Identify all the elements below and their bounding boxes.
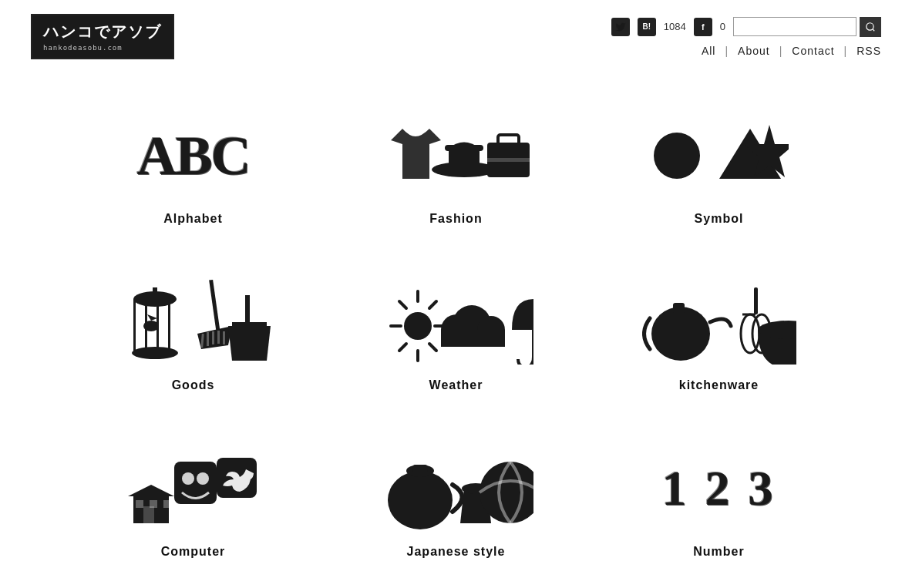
- svg-point-60: [388, 471, 453, 529]
- facebook-icon[interactable]: f: [694, 18, 712, 36]
- svg-rect-52: [143, 506, 154, 523]
- svg-line-36: [399, 344, 406, 351]
- category-weather[interactable]: Weather: [325, 257, 587, 423]
- svg-point-0: [867, 22, 873, 29]
- svg-line-35: [429, 301, 436, 308]
- svg-rect-24: [217, 331, 220, 344]
- svg-marker-50: [128, 485, 174, 496]
- number-image: 1 2 3: [662, 446, 776, 531]
- svg-rect-25: [223, 331, 225, 344]
- svg-point-42: [651, 307, 710, 361]
- symbol-label: Symbol: [695, 212, 744, 226]
- svg-point-15: [132, 347, 178, 359]
- nav-all[interactable]: All: [702, 45, 716, 57]
- weather-label: Weather: [429, 378, 483, 392]
- category-fashion[interactable]: Fashion: [325, 90, 587, 257]
- search-area: [733, 17, 881, 37]
- japanese-image: [379, 446, 533, 531]
- svg-rect-62: [412, 465, 428, 472]
- twitter-icon[interactable]: [611, 18, 630, 36]
- weather-image: [379, 280, 533, 365]
- category-goods[interactable]: Goods: [62, 257, 325, 423]
- number-label: Number: [693, 545, 744, 559]
- nav-about[interactable]: About: [738, 45, 770, 57]
- logo-text-japanese: ハンコでアソブ: [43, 22, 162, 42]
- hatena-icon[interactable]: B!: [638, 18, 656, 36]
- svg-rect-6: [487, 158, 530, 162]
- computer-label: Computer: [161, 545, 226, 559]
- computer-image: [124, 446, 263, 531]
- symbol-image: [650, 113, 789, 198]
- svg-rect-11: [133, 299, 136, 353]
- alphabet-label: Alphabet: [163, 212, 222, 226]
- svg-rect-27: [245, 295, 250, 326]
- svg-rect-3: [445, 145, 483, 151]
- svg-rect-40: [441, 330, 505, 347]
- search-button[interactable]: [860, 17, 881, 37]
- fashion-label: Fashion: [429, 212, 482, 226]
- svg-point-17: [143, 321, 159, 331]
- svg-point-28: [404, 312, 432, 340]
- svg-rect-53: [136, 500, 143, 508]
- header-right: B! 1084 f 0 All | About | Contact | RSS: [611, 17, 881, 57]
- logo-text-english: hankodeasobu.com: [43, 44, 162, 52]
- category-symbol[interactable]: Symbol: [587, 90, 850, 257]
- category-kitchenware[interactable]: kitchenware: [587, 257, 850, 423]
- kitchenware-image: [642, 280, 796, 365]
- svg-line-34: [429, 344, 436, 351]
- svg-point-45: [741, 314, 759, 353]
- category-japanese[interactable]: Japanese style: [325, 423, 587, 588]
- svg-marker-18: [147, 314, 157, 321]
- svg-rect-55: [163, 500, 171, 508]
- hatena-count: 1084: [664, 21, 686, 32]
- svg-point-57: [182, 472, 194, 485]
- nav-contact[interactable]: Contact: [792, 45, 834, 57]
- facebook-count: 0: [720, 21, 725, 32]
- goods-label: Goods: [172, 378, 215, 392]
- alphabet-image: ABC: [136, 113, 249, 198]
- site-logo[interactable]: ハンコでアソブ hankodeasobu.com: [31, 14, 174, 59]
- category-grid: ABC Alphabet: [0, 59, 912, 588]
- fashion-image: [379, 113, 533, 198]
- svg-line-1: [873, 29, 875, 31]
- svg-rect-22: [207, 332, 209, 346]
- search-input[interactable]: [733, 17, 856, 36]
- svg-rect-54: [150, 500, 157, 508]
- svg-rect-19: [209, 280, 220, 338]
- japanese-label: Japanese style: [407, 545, 506, 559]
- kitchenware-label: kitchenware: [679, 378, 759, 392]
- goods-image: [116, 280, 271, 365]
- category-number[interactable]: 1 2 3 Number: [587, 423, 850, 588]
- svg-rect-43: [673, 303, 685, 314]
- site-header: ハンコでアソブ hankodeasobu.com B! 1084 f 0: [0, 0, 912, 59]
- category-alphabet[interactable]: ABC Alphabet: [62, 90, 325, 257]
- svg-point-58: [197, 472, 209, 485]
- svg-line-33: [399, 301, 406, 308]
- svg-rect-14: [168, 299, 170, 353]
- svg-rect-44: [754, 287, 758, 314]
- main-nav: All | About | Contact | RSS: [702, 45, 881, 57]
- category-computer[interactable]: Computer: [62, 423, 325, 588]
- svg-point-7: [654, 133, 700, 179]
- svg-rect-16: [153, 287, 157, 300]
- header-icons: B! 1084 f 0: [611, 17, 881, 37]
- svg-rect-23: [212, 331, 214, 344]
- nav-rss[interactable]: RSS: [856, 45, 881, 57]
